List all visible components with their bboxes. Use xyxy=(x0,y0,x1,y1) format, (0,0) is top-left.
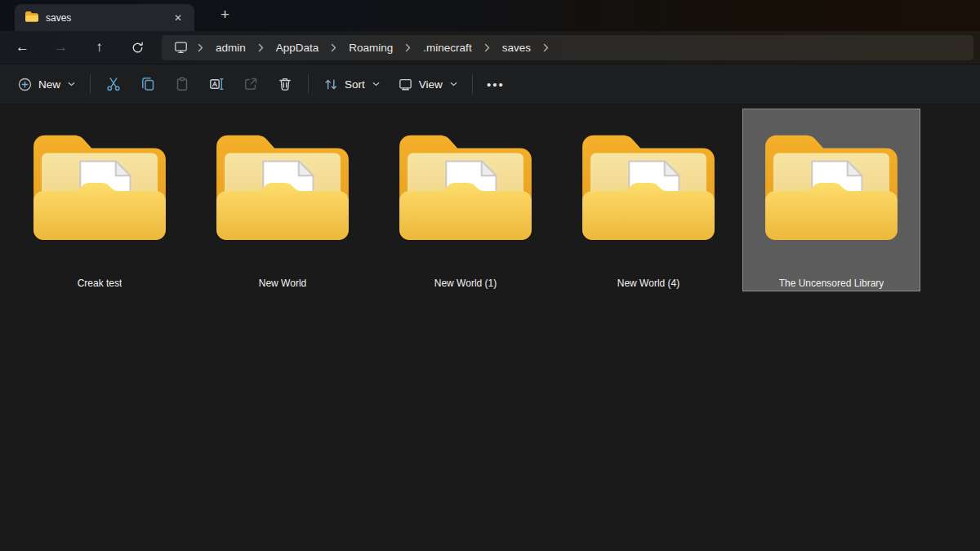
paste-button xyxy=(165,69,199,99)
chevron-right-icon xyxy=(480,43,494,52)
file-explorer-window: saves ✕ + ← → ↑ admin AppD xyxy=(0,0,980,551)
breadcrumb-item[interactable]: saves xyxy=(494,38,539,57)
ellipsis-icon: ••• xyxy=(487,78,505,91)
view-button[interactable]: View xyxy=(389,69,466,99)
tab-close-icon[interactable]: ✕ xyxy=(170,10,186,26)
navigation-bar: ← → ↑ admin AppData Roaming xyxy=(0,31,980,64)
share-button xyxy=(234,69,268,99)
new-button-label: New xyxy=(38,78,60,91)
up-button[interactable]: ↑ xyxy=(80,34,118,60)
copy-button[interactable] xyxy=(131,69,165,99)
file-grid: Creak test New World New World (1) New W… xyxy=(11,109,980,291)
address-bar[interactable]: admin AppData Roaming .minecraft saves xyxy=(162,35,973,60)
file-tile-new-world-4-[interactable]: New World (4) xyxy=(559,109,737,291)
delete-button[interactable] xyxy=(268,69,302,99)
folder-icon xyxy=(760,126,903,245)
back-button[interactable]: ← xyxy=(3,34,42,60)
file-tile-new-world-1-[interactable]: New World (1) xyxy=(376,109,555,291)
file-name-label: Creak test xyxy=(78,278,122,289)
command-toolbar: New xyxy=(0,64,980,104)
chevron-down-icon xyxy=(372,82,380,87)
chevron-right-icon xyxy=(254,43,268,52)
refresh-button[interactable] xyxy=(118,34,157,60)
chevron-right-icon xyxy=(401,43,415,52)
toolbar-divider xyxy=(308,74,309,94)
chevron-right-icon xyxy=(327,43,341,52)
file-tile-new-world[interactable]: New World xyxy=(194,109,372,291)
file-name-label: The Uncensored Library xyxy=(779,278,884,289)
breadcrumb-item[interactable]: .minecraft xyxy=(415,38,479,57)
folder-icon xyxy=(577,126,720,245)
forward-button: → xyxy=(42,34,80,60)
tab-title: saves xyxy=(46,12,163,24)
file-name-label: New World xyxy=(259,278,306,289)
file-tile-creak-test[interactable]: Creak test xyxy=(11,109,189,291)
toolbar-divider xyxy=(90,74,91,94)
file-name-label: New World (1) xyxy=(434,278,497,289)
rename-button[interactable] xyxy=(199,69,234,99)
file-name-label: New World (4) xyxy=(617,278,679,289)
explorer-tab-saves[interactable]: saves ✕ xyxy=(15,4,194,31)
sort-button-label: Sort xyxy=(345,78,365,91)
folder-icon xyxy=(394,126,537,245)
chevron-down-icon xyxy=(68,82,75,87)
new-tab-button[interactable]: + xyxy=(220,6,229,24)
folder-icon xyxy=(28,126,172,245)
toolbar-divider xyxy=(472,74,473,94)
this-pc-monitor-icon[interactable] xyxy=(168,40,194,55)
file-tile-the-uncensored-library[interactable]: The Uncensored Library xyxy=(742,109,920,291)
new-button[interactable]: New xyxy=(8,69,84,99)
breadcrumb-item[interactable]: Roaming xyxy=(341,38,401,57)
breadcrumb-item[interactable]: AppData xyxy=(268,38,327,57)
tab-bar: saves ✕ + xyxy=(0,0,980,31)
chevron-right-icon xyxy=(194,43,207,52)
more-options-button[interactable]: ••• xyxy=(479,69,513,99)
folder-icon xyxy=(211,126,354,245)
file-list-area[interactable]: Creak test New World New World (1) New W… xyxy=(0,104,980,551)
chevron-right-icon xyxy=(539,43,553,52)
breadcrumb-item[interactable]: admin xyxy=(207,38,254,57)
folder-tab-icon xyxy=(24,10,38,25)
cut-button[interactable] xyxy=(96,69,131,99)
view-button-label: View xyxy=(419,78,443,91)
chevron-down-icon xyxy=(450,82,457,87)
sort-button[interactable]: Sort xyxy=(314,69,389,99)
breadcrumb: admin AppData Roaming .minecraft saves xyxy=(194,38,553,57)
